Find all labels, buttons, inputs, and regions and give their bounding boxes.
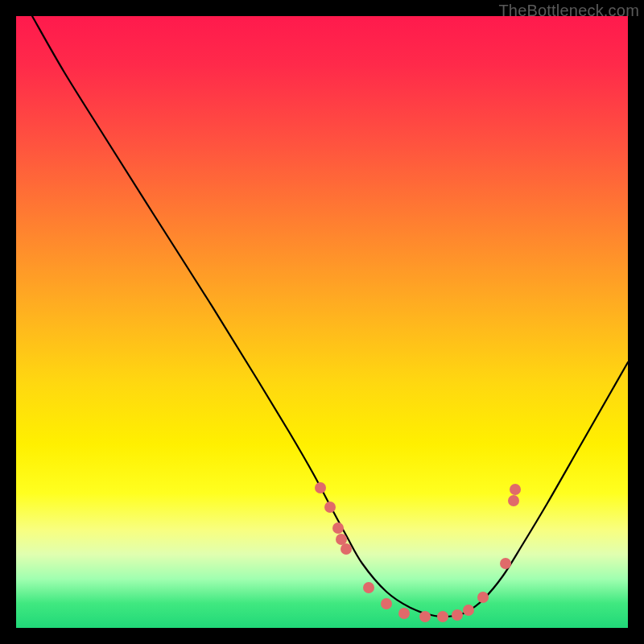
data-point	[500, 558, 511, 569]
data-point	[341, 543, 352, 555]
data-point	[324, 502, 336, 513]
data-point	[477, 592, 489, 603]
data-point	[437, 611, 448, 622]
data-point	[463, 605, 474, 616]
chart-svg	[16, 16, 628, 628]
data-point	[398, 608, 410, 619]
highlight-points	[315, 482, 521, 622]
data-point	[315, 482, 326, 493]
data-point	[510, 484, 521, 495]
data-point	[363, 582, 374, 593]
data-point	[332, 522, 344, 534]
data-point	[419, 611, 431, 622]
plot-area	[16, 16, 628, 628]
data-point	[508, 495, 519, 506]
bottleneck-curve	[32, 16, 628, 617]
data-point	[381, 598, 392, 609]
data-point	[452, 609, 463, 621]
data-point	[336, 534, 347, 545]
